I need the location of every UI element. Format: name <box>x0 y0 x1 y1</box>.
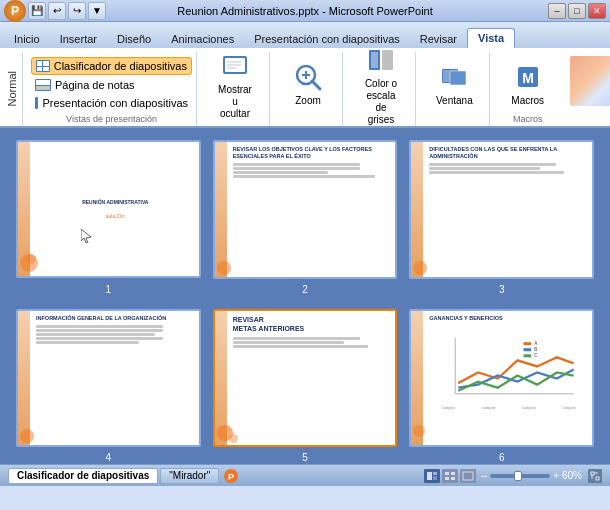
color-label: Color o escala de grises <box>363 78 399 126</box>
slide-wrapper-2: REVISAR LOS OBJETIVOS CLAVE Y LOS FACTOR… <box>213 140 398 279</box>
svg-rect-37 <box>596 477 599 480</box>
tab-animaciones[interactable]: Animaciones <box>161 30 244 48</box>
svg-rect-31 <box>445 472 449 475</box>
svg-rect-28 <box>427 472 432 480</box>
ribbon-content: Normal Clasificador de diapositivas Pági… <box>0 48 610 128</box>
svg-rect-30 <box>433 476 437 480</box>
clasificador-label: Clasificador de diapositivas <box>54 60 187 72</box>
color-btn[interactable]: Color o escala de grises <box>355 54 407 116</box>
dropdown-quick-btn[interactable]: ▼ <box>88 2 106 20</box>
svg-marker-17 <box>81 229 91 243</box>
tab-revisar[interactable]: Revisar <box>410 30 467 48</box>
view-mode-grid-btn[interactable] <box>442 469 458 483</box>
zoom-label: Zoom <box>295 95 321 107</box>
vistas-group-label: Vistas de presentación <box>31 114 192 126</box>
redo-quick-btn[interactable]: ↪ <box>68 2 86 20</box>
status-icon-ppt: P <box>221 468 241 484</box>
slide-num-2: 2 <box>213 284 398 295</box>
zoom-minus-btn[interactable]: – <box>482 470 488 481</box>
undo-quick-btn[interactable]: ↩ <box>48 2 66 20</box>
svg-line-6 <box>312 81 320 89</box>
close-btn[interactable]: ✕ <box>588 3 606 19</box>
zoom-level: 60% <box>562 470 582 481</box>
svg-rect-33 <box>445 477 449 480</box>
slide4-title: INFORMACIÓN GENERAL DE LA ORGANIZACIÓN <box>36 315 195 322</box>
tab-vista[interactable]: Vista <box>467 28 515 48</box>
svg-rect-10 <box>382 50 393 70</box>
zoom-btn[interactable]: Zoom <box>282 54 334 114</box>
title-bar: P 💾 ↩ ↪ ▼ Reunion Administrativos.pptx -… <box>0 0 610 22</box>
status-bar: Clasificador de diapositivas "Mirador" P… <box>0 464 610 486</box>
svg-text:A: A <box>534 341 538 346</box>
slide2-title: REVISAR LOS OBJETIVOS CLAVE Y LOS FACTOR… <box>233 146 392 160</box>
normal-view-label[interactable]: Normal <box>6 71 18 106</box>
svg-rect-29 <box>433 472 437 475</box>
title-bar-text: Reunion Administrativos.pptx - Microsoft… <box>177 5 433 17</box>
svg-text:P: P <box>228 472 234 482</box>
status-tab-clasificador[interactable]: Clasificador de diapositivas <box>8 468 158 484</box>
macros-label: Macros <box>511 95 544 107</box>
slide-thumb-3[interactable]: DIFICULTADES CON LAS QUE SE ENFRENTA LA … <box>409 140 594 279</box>
view-mode-full-btn[interactable] <box>460 469 476 483</box>
slide5-title: REVISARMetas Anteriores <box>233 315 392 333</box>
slide-wrapper-4: INFORMACIÓN GENERAL DE LA ORGANIZACIÓN 4 <box>16 309 201 448</box>
zoom-slider-thumb[interactable] <box>514 471 522 481</box>
tab-diseno[interactable]: Diseño <box>107 30 161 48</box>
slide-num-5: 5 <box>213 452 398 463</box>
macros-group-label: Macros <box>502 114 554 126</box>
svg-text:M: M <box>522 70 534 86</box>
clasificador-view-btn[interactable]: Clasificador de diapositivas <box>31 57 192 75</box>
pagina-notas-btn[interactable]: Página de notas <box>31 77 192 93</box>
slide-num-4: 4 <box>16 452 201 463</box>
fit-btn[interactable] <box>588 469 602 483</box>
slide-num-1: 1 <box>16 284 201 295</box>
main-slide-area: REUNIÓN ADMINISTRATIVA aula Clic 1 <box>0 128 610 464</box>
pagina-notas-label: Página de notas <box>55 79 135 91</box>
view-mode-normal-btn[interactable] <box>424 469 440 483</box>
slide1-title: REUNIÓN ADMINISTRATIVA <box>82 199 148 206</box>
status-tab-mirador[interactable]: "Mirador" <box>160 468 219 484</box>
save-quick-btn[interactable]: 💾 <box>28 2 46 20</box>
minimize-btn[interactable]: – <box>548 3 566 19</box>
cursor-overlay <box>81 229 91 243</box>
slide-thumb-1[interactable]: REUNIÓN ADMINISTRATIVA aula Clic <box>16 140 201 278</box>
slide3-title: DIFICULTADES CON LAS QUE SE ENFRENTA LA … <box>429 146 588 160</box>
presentacion-diapositivas-btn[interactable]: Presentación con diapositivas <box>31 95 192 111</box>
slide-wrapper-1: REUNIÓN ADMINISTRATIVA aula Clic 1 <box>16 140 201 279</box>
maximize-btn[interactable]: □ <box>568 3 586 19</box>
presentacion-diapositivas-label: Presentación con diapositivas <box>42 97 188 109</box>
svg-rect-34 <box>451 477 455 480</box>
zoom-plus-btn[interactable]: + <box>553 470 559 481</box>
slide-grid: REUNIÓN ADMINISTRATIVA aula Clic 1 <box>0 128 610 464</box>
svg-rect-20 <box>524 342 532 345</box>
slide-thumb-2[interactable]: REVISAR LOS OBJETIVOS CLAVE Y LOS FACTOR… <box>213 140 398 279</box>
slide-num-6: 6 <box>409 452 594 463</box>
slide6-title: GANANCIAS Y BENEFICIOS <box>429 315 588 322</box>
slide-wrapper-3: DIFICULTADES CON LAS QUE SE ENFRENTA LA … <box>409 140 594 279</box>
svg-rect-11 <box>371 52 378 68</box>
office-logo[interactable]: P <box>4 0 26 22</box>
slide-wrapper-5: REVISARMetas Anteriores 5 <box>213 309 398 448</box>
ventana-btn[interactable]: Ventana <box>428 54 481 114</box>
tab-inicio[interactable]: Inicio <box>4 30 50 48</box>
slide6-chart-labels: CategoríaCategoríaCategoríaCategoría <box>429 406 588 410</box>
svg-rect-36 <box>591 472 594 475</box>
slide-thumb-5[interactable]: REVISARMetas Anteriores <box>213 309 398 448</box>
svg-rect-21 <box>524 348 532 351</box>
slide-wrapper-6: GANANCIAS Y BENEFICIOS <box>409 309 594 448</box>
mostrar-ocultar-btn[interactable]: Mostrar u ocultar <box>209 54 261 116</box>
mostrar-ocultar-label: Mostrar u ocultar <box>217 84 253 120</box>
zoom-slider-track[interactable] <box>490 474 550 478</box>
macros-btn[interactable]: M Macros <box>502 54 554 114</box>
ventana-label: Ventana <box>436 95 473 107</box>
slide-thumb-4[interactable]: INFORMACIÓN GENERAL DE LA ORGANIZACIÓN <box>16 309 201 447</box>
slide1-subtitle: aula Clic <box>106 213 125 219</box>
slide-num-3: 3 <box>409 284 594 295</box>
svg-rect-14 <box>450 71 466 85</box>
svg-text:B: B <box>534 347 537 352</box>
svg-rect-35 <box>463 472 473 480</box>
slide-thumb-6[interactable]: GANANCIAS Y BENEFICIOS <box>409 309 594 448</box>
svg-rect-22 <box>524 354 532 357</box>
svg-text:C: C <box>534 353 538 358</box>
tab-insertar[interactable]: Insertar <box>50 30 107 48</box>
